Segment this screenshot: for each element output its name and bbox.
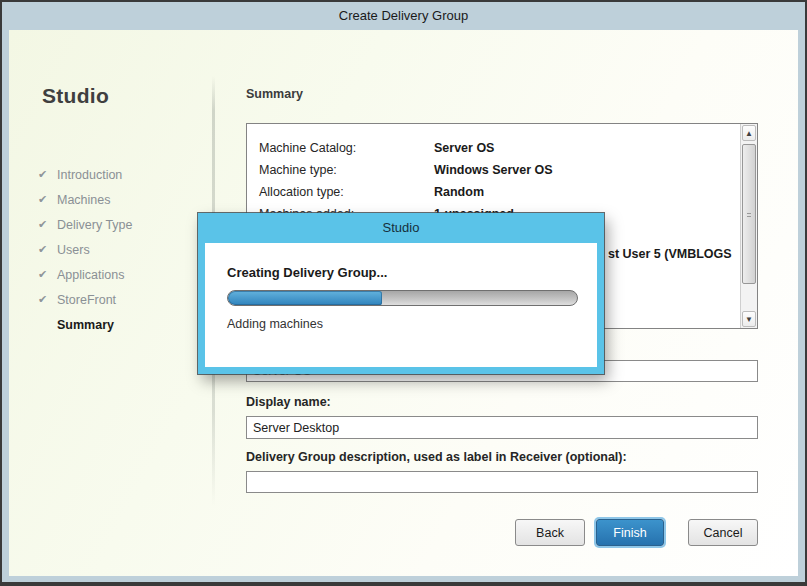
check-icon: ✔ [38, 268, 57, 281]
sidebar-item-summary: Summary [38, 312, 133, 337]
table-row: Machine Catalog: Server OS [259, 137, 749, 159]
back-button[interactable]: Back [515, 519, 585, 546]
display-name-label: Display name: [246, 395, 331, 409]
progress-dialog: Studio Creating Delivery Group... Adding… [198, 213, 604, 374]
sidebar-item-label: StoreFront [57, 293, 116, 307]
sidebar-item-label: Summary [57, 318, 114, 332]
scroll-up-button[interactable]: ▲ [742, 125, 756, 141]
check-icon: ✔ [38, 193, 57, 206]
row-value: Random [434, 185, 484, 199]
row-label: Machine Catalog: [259, 141, 434, 155]
sidebar-item-machines[interactable]: ✔ Machines [38, 187, 133, 212]
row-label: Machine type: [259, 163, 434, 177]
dialog-title: Studio [198, 213, 604, 243]
description-label: Delivery Group description, used as labe… [246, 450, 627, 464]
table-row: Machine type: Windows Server OS [259, 159, 749, 181]
summary-rows: Machine Catalog: Server OS Machine type:… [247, 137, 737, 225]
sidebar-item-delivery-type[interactable]: ✔ Delivery Type [38, 212, 133, 237]
dialog-body: Creating Delivery Group... Adding machin… [205, 243, 597, 367]
progress-message: Creating Delivery Group... [227, 265, 387, 280]
scrollbar[interactable]: ▲ ▼ [740, 124, 757, 328]
sidebar-item-storefront[interactable]: ✔ StoreFront [38, 287, 133, 312]
sidebar-item-label: Users [57, 243, 90, 257]
down-arrow-icon: ▼ [745, 315, 753, 324]
row-value: Windows Server OS [434, 163, 553, 177]
description-input[interactable] [246, 471, 758, 493]
table-row: Allocation type: Random [259, 181, 749, 203]
check-icon: ✔ [38, 243, 57, 256]
sidebar-item-introduction[interactable]: ✔ Introduction [38, 162, 133, 187]
display-name-input[interactable] [246, 416, 758, 439]
page-title: Summary [246, 87, 303, 101]
wizard-steps: ✔ Introduction ✔ Machines ✔ Delivery Typ… [38, 162, 133, 337]
check-icon: ✔ [38, 218, 57, 231]
sidebar-item-label: Delivery Type [57, 218, 133, 232]
progress-status: Adding machines [227, 317, 323, 331]
scroll-thumb[interactable] [742, 144, 756, 284]
progress-fill [228, 291, 382, 305]
create-delivery-group-window: Create Delivery Group Studio ✔ Introduct… [0, 0, 807, 586]
sidebar-item-label: Machines [57, 193, 111, 207]
finish-button[interactable]: Finish [596, 519, 664, 546]
row-label: Allocation type: [259, 185, 434, 199]
studio-logo: Studio [42, 84, 109, 108]
sidebar-item-label: Introduction [57, 168, 122, 182]
partial-user-value: st User 5 (VMBLOGS [608, 247, 742, 261]
window-titlebar[interactable]: Create Delivery Group [2, 2, 805, 30]
check-icon: ✔ [38, 293, 57, 306]
row-value: Server OS [434, 141, 494, 155]
up-arrow-icon: ▲ [745, 129, 753, 138]
sidebar-item-label: Applications [57, 268, 124, 282]
window-title: Create Delivery Group [339, 8, 468, 23]
sidebar-item-applications[interactable]: ✔ Applications [38, 262, 133, 287]
sidebar-item-users[interactable]: ✔ Users [38, 237, 133, 262]
cancel-button[interactable]: Cancel [688, 519, 758, 546]
progress-bar [227, 290, 578, 306]
check-icon: ✔ [38, 168, 57, 181]
scroll-thumb-grip-icon [747, 213, 751, 219]
scroll-down-button[interactable]: ▼ [742, 311, 756, 327]
